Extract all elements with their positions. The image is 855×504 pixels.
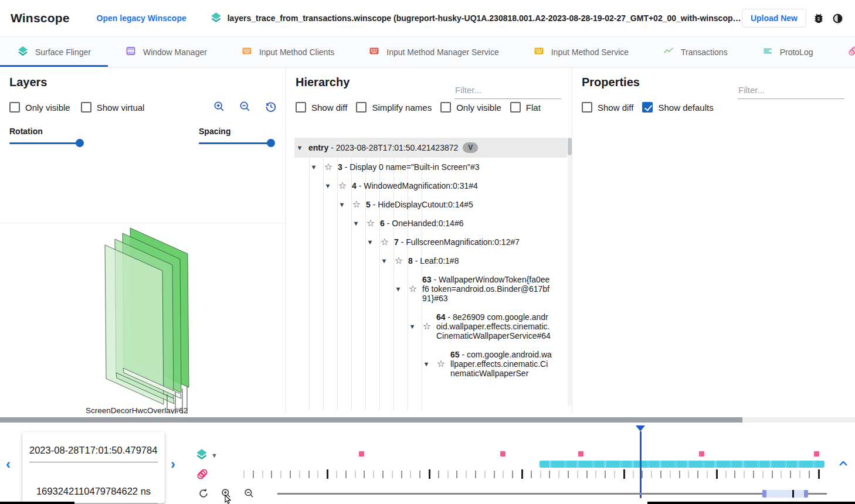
tab-label: Input Method Service <box>551 47 629 57</box>
star-icon[interactable]: ☆ <box>323 162 334 172</box>
flat-checkbox[interactable]: Flat <box>510 102 541 113</box>
show-diff-checkbox[interactable]: Show diff <box>296 102 347 113</box>
rotation-slider-thumb[interactable] <box>76 139 84 147</box>
tab-input-method-manager-service[interactable]: Input Method Manager Service <box>351 37 515 67</box>
tab-window-manager[interactable]: Window Manager <box>108 37 224 67</box>
ruler-tick <box>429 469 430 479</box>
human-timestamp-input[interactable] <box>29 438 158 462</box>
zoom-out-icon[interactable] <box>243 488 255 502</box>
collapse-arrow-icon[interactable]: ▼ <box>323 181 333 190</box>
star-icon[interactable]: ☆ <box>351 200 362 209</box>
collapse-arrow-icon[interactable]: ▼ <box>379 256 389 265</box>
tree-row-cinematic-wallpaper-service-2[interactable]: ▼☆ 65 - com.google.android.wallpaper.eff… <box>294 345 567 383</box>
only-visible-checkbox[interactable]: Only visible <box>9 102 70 113</box>
next-entry-button[interactable]: › <box>171 458 175 470</box>
overview-right-handle[interactable] <box>804 490 808 498</box>
show-defaults-checkbox[interactable]: Show defaults <box>642 102 713 113</box>
ruler-tick <box>327 469 328 479</box>
refresh-icon[interactable] <box>198 488 209 502</box>
bottom-black-strip-left <box>0 502 74 504</box>
tab-transactions[interactable]: Transactions <box>646 37 745 67</box>
star-icon[interactable]: ☆ <box>379 237 391 247</box>
tree-row-wallpaper-window-token[interactable]: ▼☆ 63 - WallpaperWindowToken{fa0eef6 tok… <box>294 270 567 308</box>
rotation-label: Rotation <box>9 127 86 136</box>
transition-marker[interactable] <box>578 451 583 457</box>
show-virtual-checkbox[interactable]: Show virtual <box>81 102 145 113</box>
ruler-tick <box>651 471 652 478</box>
transitions-trace-toggle[interactable] <box>195 467 218 483</box>
star-icon[interactable]: ☆ <box>337 181 348 190</box>
spacing-slider-thumb[interactable] <box>267 139 275 147</box>
upload-new-button[interactable]: Upload New <box>742 9 806 28</box>
hierarchy-scrollbar-thumb[interactable] <box>568 138 572 155</box>
open-legacy-link[interactable]: Open legacy Winscope <box>97 13 186 23</box>
ruler-tick <box>540 471 541 478</box>
properties-filter-input[interactable] <box>738 84 844 99</box>
only-visible-checkbox[interactable]: Only visible <box>440 102 501 113</box>
tab-protolog[interactable]: ProtoLog <box>745 37 830 67</box>
timeline-cursor-handle[interactable] <box>636 425 645 431</box>
star-icon[interactable]: ☆ <box>407 284 419 294</box>
expand-timeline-icon[interactable] <box>837 459 849 470</box>
tree-row-entry[interactable]: ▼ entry - 2023-08-28T17:01:50.421423872V <box>294 138 567 158</box>
zoom-in-icon[interactable] <box>213 100 226 113</box>
checkbox-box[interactable] <box>9 102 20 113</box>
bug-report-icon[interactable] <box>812 12 825 25</box>
rotation-slider: Rotation <box>9 127 86 147</box>
tab-input-method-service[interactable]: Input Method Service <box>516 37 646 67</box>
transition-marker[interactable] <box>814 451 819 457</box>
tree-row-display[interactable]: ▼☆ 3 - Display 0 name="Built-in Screen"#… <box>294 158 567 176</box>
overview-left-handle[interactable] <box>762 490 766 498</box>
restore-view-icon[interactable] <box>264 100 277 113</box>
star-icon[interactable]: ☆ <box>421 322 433 331</box>
ruler-tick <box>456 471 457 478</box>
horizontal-scrollbar-thumb[interactable] <box>0 417 742 423</box>
keyboard-icon <box>241 45 253 59</box>
overview-selection[interactable] <box>762 490 808 498</box>
tree-row-cinematic-wallpaper-service[interactable]: ▼☆ 64 - 8e26909 com.google.android.wallp… <box>294 308 567 345</box>
tree-row-fullscreen-magnification[interactable]: ▼☆ 7 - FullscreenMagnification:0:12#7 <box>294 233 567 251</box>
ruler-tick <box>364 471 365 478</box>
ns-timestamp-input[interactable] <box>29 479 158 503</box>
ruler-tick <box>410 471 411 478</box>
tree-row-hide-display-cutout[interactable]: ▼☆ 5 - HideDisplayCutout:0:14#5 <box>294 195 567 214</box>
star-icon[interactable]: ☆ <box>365 219 376 228</box>
collapse-arrow-icon[interactable]: ▼ <box>337 200 347 209</box>
chart-line-icon <box>663 45 674 59</box>
checkbox-box[interactable] <box>81 102 91 113</box>
show-diff-checkbox[interactable]: Show diff <box>582 102 633 113</box>
hierarchy-filter-input[interactable] <box>454 84 561 99</box>
tab-input-method-clients[interactable]: Input Method Clients <box>224 37 351 67</box>
tab-label: Transactions <box>681 47 728 57</box>
tab-transitions[interactable]: Tra <box>830 37 855 67</box>
tree-row-leaf[interactable]: ▼☆ 8 - Leaf:0:1#8 <box>294 251 567 270</box>
ruler-tick <box>623 469 625 479</box>
collapse-arrow-icon[interactable]: ▼ <box>365 237 375 247</box>
collapse-arrow-icon[interactable]: ▼ <box>407 322 418 331</box>
zoom-out-icon[interactable] <box>239 100 252 113</box>
prev-entry-button[interactable]: ‹ <box>6 458 11 470</box>
collapse-arrow-icon[interactable]: ▼ <box>421 359 432 369</box>
hierarchy-scrollbar <box>568 138 572 406</box>
transition-marker[interactable] <box>699 451 704 457</box>
layers-3d-canvas[interactable] <box>0 223 286 416</box>
collapse-arrow-icon[interactable]: ▼ <box>393 284 403 294</box>
collapse-arrow-icon[interactable]: ▼ <box>308 162 319 172</box>
tree-row-one-handed[interactable]: ▼☆ 6 - OneHanded:0:14#6 <box>294 214 567 233</box>
dark-mode-toggle-icon[interactable] <box>831 12 844 25</box>
tree-row-windowed-magnification[interactable]: ▼☆ 4 - WindowedMagnification:0:31#4 <box>294 176 567 195</box>
timeline-cursor-line <box>640 431 642 498</box>
bottom-black-strip-right <box>647 502 855 504</box>
collapse-arrow-icon[interactable]: ▼ <box>294 143 305 152</box>
active-trace-selector[interactable]: ▼ <box>195 448 218 463</box>
star-icon[interactable]: ☆ <box>435 359 447 369</box>
transition-marker[interactable] <box>359 451 364 457</box>
spacing-label: Spacing <box>199 127 275 136</box>
sf-trace-range-bar[interactable] <box>540 461 825 468</box>
collapse-arrow-icon[interactable]: ▼ <box>351 219 361 228</box>
transition-marker[interactable] <box>500 451 505 457</box>
simplify-names-checkbox[interactable]: Simplify names <box>356 102 432 113</box>
tab-surface-flinger[interactable]: Surface Flinger <box>0 37 108 67</box>
ruler-tick <box>586 471 588 478</box>
star-icon[interactable]: ☆ <box>393 256 405 265</box>
